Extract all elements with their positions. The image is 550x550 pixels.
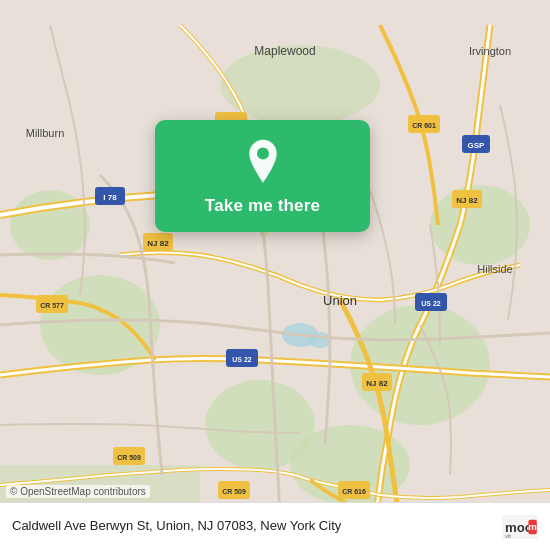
location-card: Take me there [155, 120, 370, 232]
svg-text:CR 577: CR 577 [40, 302, 64, 309]
svg-text:US 22: US 22 [421, 300, 441, 307]
take-me-there-button[interactable]: Take me there [205, 196, 320, 216]
osm-attribution: © OpenStreetMap contributors [6, 485, 150, 498]
svg-text:Union: Union [323, 293, 357, 308]
location-pin-icon [239, 138, 287, 186]
svg-text:GSP: GSP [468, 141, 486, 150]
svg-text:vit: vit [505, 532, 511, 538]
svg-text:Millburn: Millburn [26, 127, 65, 139]
svg-text:Irvington: Irvington [469, 45, 511, 57]
moovit-logo: moo vit m [502, 513, 538, 541]
moovit-logo-svg: moo vit m [502, 513, 538, 541]
svg-text:CR 601: CR 601 [412, 122, 436, 129]
svg-text:I 78: I 78 [103, 193, 117, 202]
svg-text:NJ 82: NJ 82 [147, 239, 169, 248]
svg-text:m: m [528, 521, 537, 532]
svg-text:CR 509: CR 509 [117, 454, 141, 461]
svg-text:NJ 82: NJ 82 [456, 196, 478, 205]
svg-text:Hillside: Hillside [477, 263, 512, 275]
svg-text:Maplewood: Maplewood [254, 44, 315, 58]
map-container: I 78 NJ 82 NJ 82 NJ 82 CR 630 CR 577 CR … [0, 0, 550, 550]
address-text: Caldwell Ave Berwyn St, Union, NJ 07083,… [12, 517, 492, 535]
svg-text:NJ 82: NJ 82 [366, 379, 388, 388]
svg-point-42 [257, 147, 269, 159]
bottom-bar: Caldwell Ave Berwyn St, Union, NJ 07083,… [0, 502, 550, 550]
svg-text:CR 616: CR 616 [342, 488, 366, 495]
map-background: I 78 NJ 82 NJ 82 NJ 82 CR 630 CR 577 CR … [0, 0, 550, 550]
svg-text:US 22: US 22 [232, 356, 252, 363]
svg-text:CR 509: CR 509 [222, 488, 246, 495]
